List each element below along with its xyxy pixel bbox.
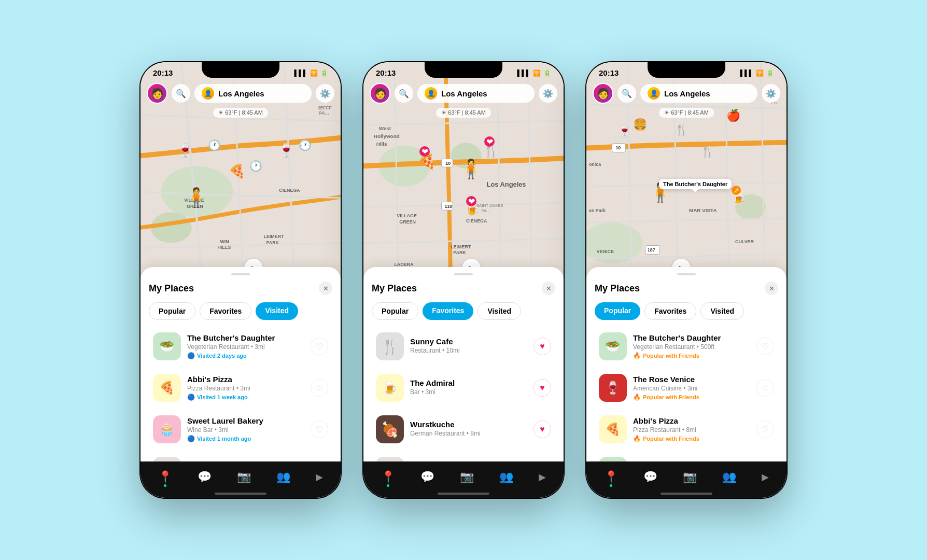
search-button-2[interactable]: 🔍 (395, 84, 413, 103)
settings-button-1[interactable]: ⚙️ (316, 84, 334, 103)
location-name-3: Los Angeles (664, 89, 750, 98)
place-item-3-2[interactable]: 🍕 Abbi's Pizza Pizza Restaurant • 8mi 🔥 … (595, 410, 778, 449)
nav-camera-2[interactable]: 📷 (460, 470, 474, 484)
heart-button-2-2[interactable]: ♥ (533, 421, 551, 438)
friend-avatar-1: 👤 (202, 87, 214, 100)
nav-stories-3[interactable]: ▶ (762, 471, 769, 483)
map-pin-wine-2[interactable]: 🍷 (278, 143, 294, 159)
map-pin-clock-2[interactable]: 🕐 (299, 139, 312, 151)
sheet-handle-3[interactable] (677, 273, 696, 275)
svg-text:PA...: PA... (482, 208, 490, 213)
place-item-1-0[interactable]: 🥗 The Butcher's Daughter Vegeterian Rest… (149, 327, 332, 366)
place-item-3-0[interactable]: 🥗 The Butcher's Daughter Vegeterian Rest… (595, 327, 778, 366)
place-badge-3-1: 🔥 Popular with Friends (633, 394, 750, 401)
map-pin-food-4[interactable]: 🍎 (726, 109, 740, 122)
search-button-3[interactable]: 🔍 (617, 84, 636, 103)
tab-visited-2[interactable]: Visited (477, 302, 521, 320)
svg-text:CIENEGA: CIENEGA (279, 188, 300, 193)
notch-1 (202, 62, 279, 78)
search-button-1[interactable]: 🔍 (172, 84, 190, 103)
heart-button-2-0[interactable]: ♥ (533, 338, 551, 355)
place-name-3-0: The Butcher's Daughter (633, 333, 750, 342)
place-thumb-1-0: 🥗 (153, 332, 181, 360)
sheet-handle-1[interactable] (231, 273, 250, 275)
status-time-2: 20:13 (376, 68, 396, 77)
nav-stories-2[interactable]: ▶ (539, 471, 546, 483)
location-name-1: Los Angeles (218, 89, 304, 98)
place-item-2-1[interactable]: 🍺 The Admiral Bar • 3mi ♥ (372, 369, 555, 407)
close-button-1[interactable]: ✕ (319, 282, 332, 295)
nav-chat-2[interactable]: 💬 (420, 470, 434, 484)
tab-popular-2[interactable]: Popular (372, 302, 418, 320)
nav-friends-2[interactable]: 👥 (499, 470, 513, 484)
map-pin-fork-3[interactable]: 🍴 (675, 123, 689, 137)
svg-text:LEIMERT: LEIMERT (451, 244, 471, 249)
map-pin-heart-3: ❤ (466, 196, 476, 206)
tab-favorites-2[interactable]: Favorites (423, 302, 473, 320)
heart-button-1-0[interactable]: ♡ (311, 338, 328, 355)
location-pill-2[interactable]: 👤 Los Angeles (417, 84, 535, 103)
place-name-2-0: Sunny Cafe (410, 337, 527, 346)
nav-friends-3[interactable]: 👥 (722, 470, 736, 484)
map-pin-clock-1[interactable]: 🕐 (208, 139, 221, 151)
map-pin-heart-1: ❤ (419, 146, 430, 157)
location-pill-3[interactable]: 👤 Los Angeles (640, 84, 757, 103)
tab-favorites-1[interactable]: Favorites (200, 302, 251, 320)
map-pin-wine-3[interactable]: 🍷 (617, 124, 631, 138)
heart-button-3-2[interactable]: ♡ (756, 421, 774, 438)
nav-map-2[interactable]: 📍 (381, 470, 395, 484)
tab-popular-3[interactable]: Popular (595, 302, 640, 320)
user-avatar-1[interactable]: 🧑 (147, 83, 167, 104)
user-avatar-2[interactable]: 🧑 (370, 83, 390, 104)
heart-button-3-1[interactable]: ♡ (756, 379, 774, 397)
status-icons-1: ▌▌▌ 🛜 🔋 (294, 69, 328, 77)
map-pin-fork-4[interactable]: 🍴 (700, 145, 714, 159)
tab-favorites-3[interactable]: Favorites (644, 302, 696, 320)
nav-map-3[interactable]: 📍 (604, 470, 618, 484)
map-pin-wine-1[interactable]: 🍷 (177, 143, 193, 159)
place-item-1-1[interactable]: 🍕 Abbi's Pizza Pizza Restaurant • 3mi 🔵 … (149, 369, 332, 407)
nav-friends-1[interactable]: 👥 (276, 470, 290, 484)
nav-camera-3[interactable]: 📷 (683, 470, 697, 484)
svg-text:PARK: PARK (266, 240, 279, 245)
sheet-handle-2[interactable] (454, 273, 473, 275)
location-pill-1[interactable]: 👤 Los Angeles (194, 84, 312, 103)
place-info-1-1: Abbi's Pizza Pizza Restaurant • 3mi 🔵 Vi… (187, 375, 304, 401)
map-pin-food-3[interactable]: 🍔 (633, 118, 647, 132)
nav-chat-3[interactable]: 💬 (643, 470, 657, 484)
nav-camera-1[interactable]: 📷 (237, 470, 251, 484)
user-avatar-3[interactable]: 🧑 (593, 83, 613, 104)
sheet-title-2: My Places (372, 283, 417, 294)
place-item-1-2[interactable]: 🧁 Sweet Laurel Bakery Wine Bar • 3mi 🔵 V… (149, 410, 332, 449)
nav-chat-1[interactable]: 💬 (198, 470, 212, 484)
svg-text:Hills: Hills (376, 141, 387, 147)
place-item-2-2[interactable]: 🍖 Wurstkuche German Restaurant • 8mi ♥ (372, 410, 555, 449)
place-name-2-1: The Admiral (410, 379, 527, 387)
tab-visited-3[interactable]: Visited (700, 302, 744, 320)
location-name-2: Los Angeles (441, 89, 527, 98)
settings-button-2[interactable]: ⚙️ (539, 84, 557, 103)
map-pin-clock-3[interactable]: 🕐 (249, 160, 262, 172)
place-info-2-1: The Admiral Bar • 3mi (410, 379, 527, 397)
notch-2 (425, 62, 502, 78)
nav-stories-1[interactable]: ▶ (316, 471, 323, 483)
place-info-1-2: Sweet Laurel Bakery Wine Bar • 3mi 🔵 Vis… (187, 416, 304, 442)
heart-button-2-1[interactable]: ♥ (533, 379, 551, 397)
heart-button-1-1[interactable]: ♡ (311, 379, 328, 397)
settings-button-3[interactable]: ⚙️ (762, 84, 780, 103)
place-item-3-1[interactable]: 🍷 The Rose Venice American Cuisine • 3mi… (595, 369, 778, 407)
svg-text:110: 110 (444, 204, 452, 209)
close-button-2[interactable]: ✕ (542, 282, 555, 295)
heart-button-1-2[interactable]: ♡ (311, 421, 328, 438)
svg-text:SAINT JAMES: SAINT JAMES (476, 203, 503, 208)
heart-button-3-0[interactable]: ♡ (756, 338, 774, 355)
tabs-3: Popular Favorites Visited (595, 302, 778, 320)
tab-visited-1[interactable]: Visited (256, 302, 298, 320)
nav-map-1[interactable]: 📍 (158, 470, 172, 484)
place-item-2-0[interactable]: 🍴 Sunny Cafe Restaurant • 10mi ♥ (372, 327, 555, 366)
close-button-3[interactable]: ✕ (765, 282, 778, 295)
app-header-1: 🧑 🔍 👤 Los Angeles ⚙️ (147, 83, 334, 104)
status-time-1: 20:13 (153, 68, 173, 77)
map-pin-pizza[interactable]: 🍕 (229, 163, 245, 179)
tab-popular-1[interactable]: Popular (149, 302, 195, 320)
